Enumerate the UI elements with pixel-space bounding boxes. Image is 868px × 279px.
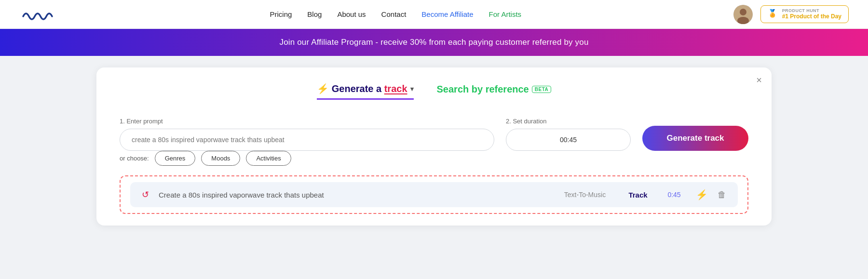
tab-search[interactable]: Search by reference BETA: [437, 84, 552, 99]
prompt-group: 1. Enter prompt: [120, 118, 494, 151]
track-lightning-button[interactable]: ⚡: [696, 189, 708, 200]
track-label: Track: [624, 191, 652, 199]
tabs-row: ⚡ Generate a track ▾ Search by reference…: [120, 83, 748, 100]
duration-label: 2. Set duration: [506, 118, 631, 125]
duration-input[interactable]: [506, 129, 631, 151]
nav-right: 🏅 PRODUCT HUNT #1 Product of the Day: [733, 5, 849, 24]
track-result-row: ↺ Create a 80s inspired vaporwave track …: [130, 182, 738, 207]
nav-pricing[interactable]: Pricing: [270, 10, 292, 18]
logo[interactable]: [19, 7, 58, 22]
nav-for-artists[interactable]: For Artists: [489, 10, 522, 18]
main-card: × ⚡ Generate a track ▾ Search by referen…: [96, 67, 772, 226]
product-hunt-icon: 🏅: [768, 9, 778, 19]
track-spinner-icon: ↺: [142, 189, 149, 200]
product-hunt-badge[interactable]: 🏅 PRODUCT HUNT #1 Product of the Day: [760, 5, 849, 23]
navbar: Pricing Blog About us Contact Become Aff…: [0, 0, 868, 29]
avatar[interactable]: [733, 5, 753, 24]
nav-blog[interactable]: Blog: [307, 10, 322, 18]
track-result-wrapper: ↺ Create a 80s inspired vaporwave track …: [120, 175, 748, 214]
affiliate-banner[interactable]: Join our Affiliate Program - receive 30%…: [0, 29, 868, 56]
form-and-btn-row: 1. Enter prompt 2. Set duration Generate…: [120, 115, 748, 151]
nav-become-affiliate[interactable]: Become Affiliate: [421, 10, 473, 18]
tab-search-label: Search by reference: [437, 84, 529, 95]
prompt-label: 1. Enter prompt: [120, 118, 494, 125]
affiliate-banner-text: Join our Affiliate Program - receive 30%…: [279, 38, 588, 47]
activities-chip[interactable]: Activities: [246, 151, 291, 166]
generate-track-button[interactable]: Generate track: [642, 126, 748, 151]
track-type: Text-To-Music: [556, 191, 614, 199]
product-hunt-label-bottom: #1 Product of the Day: [782, 13, 841, 20]
tab-generate[interactable]: ⚡ Generate a track ▾: [317, 83, 414, 100]
nav-links: Pricing Blog About us Contact Become Aff…: [270, 10, 522, 19]
dropdown-arrow-icon: ▾: [410, 85, 414, 93]
or-choose-label: or choose:: [120, 155, 149, 162]
main-content: × ⚡ Generate a track ▾ Search by referen…: [0, 56, 868, 237]
or-choose-row: or choose: Genres Moods Activities: [120, 151, 748, 166]
tab-generate-label: Generate a track: [332, 83, 407, 94]
lightning-icon: ⚡: [317, 83, 329, 94]
svg-point-1: [740, 9, 746, 15]
duration-group: 2. Set duration: [506, 118, 631, 151]
track-duration: 0:45: [662, 191, 686, 199]
nav-contact[interactable]: Contact: [381, 10, 407, 18]
product-hunt-text: PRODUCT HUNT #1 Product of the Day: [782, 9, 841, 20]
prompt-input[interactable]: [120, 129, 494, 151]
track-description: Create a 80s inspired vaporwave track th…: [159, 191, 546, 199]
genres-chip[interactable]: Genres: [155, 151, 196, 166]
track-word: track: [384, 83, 407, 94]
beta-badge: BETA: [532, 86, 551, 93]
nav-about[interactable]: About us: [337, 10, 366, 18]
moods-chip[interactable]: Moods: [201, 151, 240, 166]
close-button[interactable]: ×: [756, 75, 762, 85]
track-delete-button[interactable]: 🗑: [718, 190, 726, 200]
